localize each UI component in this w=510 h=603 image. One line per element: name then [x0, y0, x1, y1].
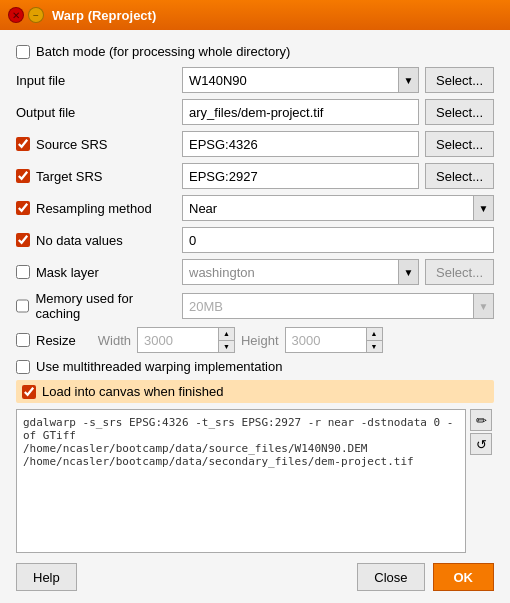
- height-spinbox: ▲ ▼: [285, 327, 383, 353]
- mask-layer-checkbox[interactable]: [16, 265, 30, 279]
- title-bar: ✕ − Warp (Reproject): [0, 0, 510, 30]
- memory-arrow[interactable]: ▼: [473, 294, 493, 318]
- output-file-select-button[interactable]: Select...: [425, 99, 494, 125]
- load-canvas-row: Load into canvas when finished: [16, 380, 494, 403]
- mask-layer-arrow[interactable]: ▼: [398, 260, 418, 284]
- resize-row: Resize Width ▲ ▼ Height ▲ ▼: [16, 327, 494, 353]
- width-label: Width: [98, 333, 131, 348]
- source-srs-row: Source SRS Select...: [16, 131, 494, 157]
- height-spin-up[interactable]: ▲: [367, 328, 382, 341]
- memory-input[interactable]: [183, 297, 473, 316]
- nodata-input[interactable]: [182, 227, 494, 253]
- output-file-label: Output file: [16, 105, 176, 120]
- target-srs-checkbox[interactable]: [16, 169, 30, 183]
- width-spin-down[interactable]: ▼: [219, 341, 234, 353]
- dialog-body: Batch mode (for processing whole directo…: [0, 30, 510, 603]
- load-canvas-checkbox[interactable]: [22, 385, 36, 399]
- mask-layer-label: Mask layer: [36, 265, 99, 280]
- nodata-checkbox[interactable]: [16, 233, 30, 247]
- mask-layer-select-box: ▼: [182, 259, 419, 285]
- input-file-row: Input file ▼ Select...: [16, 67, 494, 93]
- title-bar-buttons: ✕ −: [8, 7, 44, 23]
- height-label: Height: [241, 333, 279, 348]
- resampling-input[interactable]: [183, 199, 473, 218]
- target-srs-select-button[interactable]: Select...: [425, 163, 494, 189]
- source-srs-input[interactable]: [182, 131, 419, 157]
- width-input[interactable]: [138, 331, 218, 350]
- source-srs-select-button[interactable]: Select...: [425, 131, 494, 157]
- command-area: gdalwarp -s_srs EPSG:4326 -t_srs EPSG:29…: [16, 409, 494, 553]
- output-file-input[interactable]: [182, 99, 419, 125]
- memory-checkbox-row: Memory used for caching: [16, 291, 176, 321]
- memory-label: Memory used for caching: [35, 291, 176, 321]
- resize-label: Resize: [36, 333, 76, 348]
- memory-row: Memory used for caching ▼: [16, 291, 494, 321]
- source-srs-checkbox-row: Source SRS: [16, 137, 176, 152]
- multithread-row: Use multithreaded warping implementation: [16, 359, 494, 374]
- batch-mode-row: Batch mode (for processing whole directo…: [16, 42, 494, 61]
- width-spin-up[interactable]: ▲: [219, 328, 234, 341]
- source-srs-checkbox[interactable]: [16, 137, 30, 151]
- target-srs-input[interactable]: [182, 163, 419, 189]
- mask-layer-checkbox-row: Mask layer: [16, 265, 176, 280]
- resampling-arrow[interactable]: ▼: [473, 196, 493, 220]
- multithread-label: Use multithreaded warping implementation: [36, 359, 282, 374]
- minimize-button[interactable]: −: [28, 7, 44, 23]
- nodata-row: No data values: [16, 227, 494, 253]
- output-file-row: Output file Select...: [16, 99, 494, 125]
- resampling-select-box: ▼: [182, 195, 494, 221]
- input-file-arrow[interactable]: ▼: [398, 68, 418, 92]
- close-window-button[interactable]: ✕: [8, 7, 24, 23]
- height-spin-down[interactable]: ▼: [367, 341, 382, 353]
- target-srs-checkbox-row: Target SRS: [16, 169, 176, 184]
- bottom-buttons: Help Close OK: [16, 559, 494, 591]
- batch-mode-checkbox[interactable]: [16, 45, 30, 59]
- mask-layer-input[interactable]: [183, 263, 398, 282]
- minimize-icon: −: [33, 10, 39, 21]
- target-srs-row: Target SRS Select...: [16, 163, 494, 189]
- dialog-title: Warp (Reproject): [52, 8, 156, 23]
- width-spin-arrows: ▲ ▼: [218, 328, 234, 352]
- nodata-checkbox-row: No data values: [16, 233, 176, 248]
- resampling-row: Resampling method ▼: [16, 195, 494, 221]
- refresh-command-button[interactable]: ↺: [470, 433, 492, 455]
- height-input[interactable]: [286, 331, 366, 350]
- nodata-label: No data values: [36, 233, 123, 248]
- height-spin-arrows: ▲ ▼: [366, 328, 382, 352]
- width-spinbox: ▲ ▼: [137, 327, 235, 353]
- mask-layer-select-button[interactable]: Select...: [425, 259, 494, 285]
- input-file-input[interactable]: [183, 71, 398, 90]
- ok-button[interactable]: OK: [433, 563, 495, 591]
- target-srs-label: Target SRS: [36, 169, 102, 184]
- source-srs-label: Source SRS: [36, 137, 108, 152]
- input-file-select-box: ▼: [182, 67, 419, 93]
- command-sidebar: ✏ ↺: [470, 409, 494, 553]
- help-button[interactable]: Help: [16, 563, 77, 591]
- resampling-checkbox[interactable]: [16, 201, 30, 215]
- close-button[interactable]: Close: [357, 563, 424, 591]
- resampling-checkbox-row: Resampling method: [16, 201, 176, 216]
- memory-checkbox[interactable]: [16, 299, 29, 313]
- memory-select-box: ▼: [182, 293, 494, 319]
- mask-layer-row: Mask layer ▼ Select...: [16, 259, 494, 285]
- resize-checkbox[interactable]: [16, 333, 30, 347]
- input-file-select-button[interactable]: Select...: [425, 67, 494, 93]
- input-file-label: Input file: [16, 73, 176, 88]
- command-text[interactable]: gdalwarp -s_srs EPSG:4326 -t_srs EPSG:29…: [16, 409, 466, 553]
- multithread-checkbox[interactable]: [16, 360, 30, 374]
- close-icon: ✕: [12, 10, 20, 21]
- load-canvas-label: Load into canvas when finished: [42, 384, 223, 399]
- batch-mode-label: Batch mode (for processing whole directo…: [36, 44, 290, 59]
- resampling-label: Resampling method: [36, 201, 152, 216]
- edit-command-button[interactable]: ✏: [470, 409, 492, 431]
